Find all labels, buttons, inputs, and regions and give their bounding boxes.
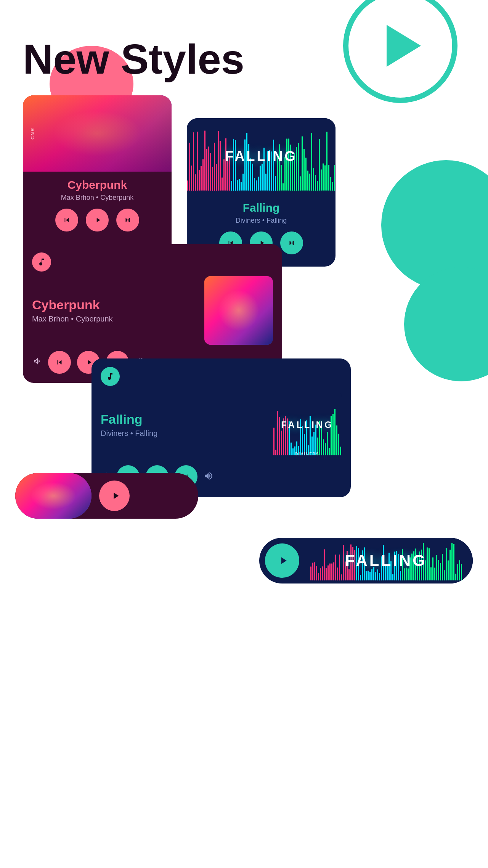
card-falling-wide-content: Falling Diviners • Falling FALLING DIVIN…: [101, 391, 342, 459]
card-body-1: Cyberpunk Max Brhon • Cyberpunk: [23, 172, 172, 235]
face-overlay-1: [23, 95, 172, 172]
vol-low-icon-3: [32, 356, 42, 368]
pill-album-2: FALLING: [299, 538, 473, 583]
song-title-3: Cyberpunk: [32, 297, 113, 312]
falling-text-1: FALLING: [225, 148, 297, 164]
album-art-cyberpunk-1: CNR: [23, 95, 172, 172]
next-button-1[interactable]: [116, 209, 139, 231]
card-cyberpunk-1: CNR Cyberpunk Max Brhon • Cyberpunk: [23, 95, 172, 267]
card-wide-content: Cyberpunk Max Brhon • Cyberpunk: [32, 276, 273, 345]
song-title-2: Falling: [194, 201, 328, 214]
teal-blob-mid-decoration: [404, 267, 488, 381]
card-falling-wide-top: [101, 367, 342, 386]
diviners-label-4: DIVINERS: [295, 452, 319, 456]
teal-circle-decoration: [343, 0, 458, 103]
side-label-1: CNR: [30, 127, 35, 140]
song-title-4: Falling: [101, 412, 157, 427]
album-art-falling-1: FALLING: [187, 118, 336, 194]
album-thumb-4: FALLING DIVINERS: [273, 391, 342, 459]
card-controls-1: [30, 209, 164, 231]
song-meta-1: Max Brhon • Cyberpunk: [30, 194, 164, 202]
cards-row-1: CNR Cyberpunk Max Brhon • Cyberpunk FALL…: [23, 95, 336, 267]
song-title-1: Cyberpunk: [30, 178, 164, 191]
card-falling-wide-text: Falling Diviners • Falling: [101, 412, 157, 438]
card-wide-top-row: [32, 252, 273, 272]
falling-text-4: FALLING: [281, 420, 334, 430]
card-wide-text: Cyberpunk Max Brhon • Cyberpunk: [32, 297, 113, 323]
song-meta-3: Max Brhon • Cyberpunk: [32, 315, 113, 323]
falling-text-pill: FALLING: [345, 551, 427, 570]
prev-button-3[interactable]: [48, 351, 71, 374]
song-meta-4: Diviners • Falling: [101, 429, 157, 438]
pill-album-1: [15, 473, 92, 519]
prev-button-1[interactable]: [55, 209, 78, 231]
album-thumb-3: [204, 276, 273, 345]
next-button-2[interactable]: [280, 231, 303, 254]
play-button-1[interactable]: [86, 209, 109, 231]
pill-play-button-2[interactable]: [265, 543, 299, 578]
page-title: New Styles: [23, 38, 244, 80]
pill-falling: FALLING: [259, 538, 473, 583]
pill-cyberpunk: [15, 473, 198, 519]
face-art-pill-1: [15, 473, 92, 519]
pill-play-button-1[interactable]: [99, 481, 130, 511]
music-icon-2: [101, 367, 120, 386]
music-icon-1: [32, 252, 51, 272]
pill-row: FALLING: [15, 473, 473, 583]
face-art-3: [204, 276, 273, 345]
song-meta-2: Diviners • Falling: [194, 217, 328, 225]
